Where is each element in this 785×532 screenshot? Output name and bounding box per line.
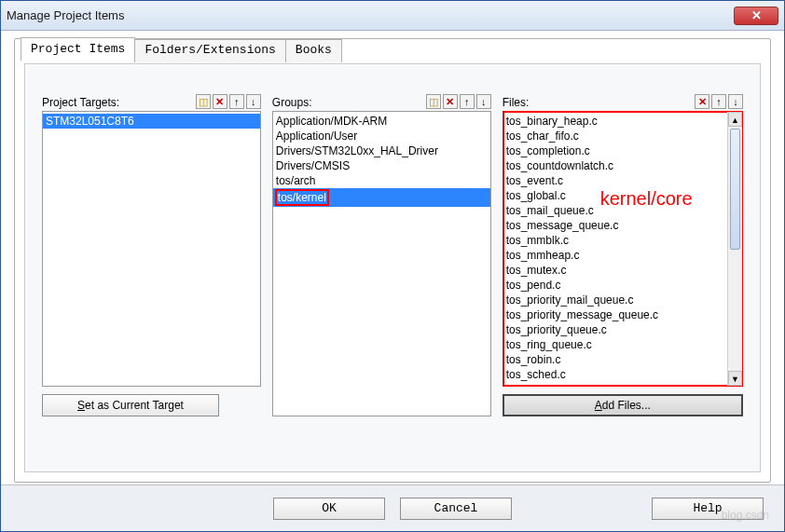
list-item[interactable]: tos_countdownlatch.c (503, 158, 727, 173)
list-item[interactable]: tos_message_queue.c (503, 218, 727, 233)
list-item[interactable]: tos_priority_message_queue.c (503, 307, 727, 322)
tab-project-items[interactable]: Project Items (21, 37, 135, 61)
ok-button[interactable]: OK (273, 498, 385, 520)
tab-bar: Project Items Folders/Extensions Books (21, 37, 341, 61)
tab-panel: Project Targets: ◫ ✕ ↑ ↓ STM32L051C8T6 S… (24, 63, 761, 472)
files-up-icon[interactable]: ↑ (711, 94, 726, 109)
tab-books[interactable]: Books (285, 39, 342, 62)
titlebar: Manage Project Items ✕ (1, 1, 784, 31)
files-delete-icon[interactable]: ✕ (695, 94, 709, 109)
files-listbox[interactable]: tos_binary_heap.ctos_char_fifo.ctos_comp… (503, 111, 743, 387)
files-down-icon[interactable]: ↓ (728, 94, 743, 109)
files-scrollbar[interactable]: ▲ ▼ (727, 112, 742, 386)
targets-down-icon[interactable]: ↓ (246, 94, 261, 109)
content-frame: Project Items Folders/Extensions Books P… (14, 38, 771, 483)
dialog-button-row: OK Cancel Help blog.csdn (1, 484, 784, 531)
targets-pane: Project Targets: ◫ ✕ ↑ ↓ STM32L051C8T6 S… (42, 92, 261, 416)
list-item[interactable]: tos_priority_queue.c (503, 322, 727, 337)
groups-up-icon[interactable]: ↑ (460, 94, 475, 109)
tab-folders-extensions[interactable]: Folders/Extensions (134, 39, 285, 62)
targets-delete-icon[interactable]: ✕ (213, 94, 227, 109)
list-item[interactable]: tos_robin.c (503, 352, 727, 367)
scroll-up-icon[interactable]: ▲ (728, 112, 742, 127)
close-button[interactable]: ✕ (734, 7, 778, 25)
list-item[interactable]: Application/MDK-ARM (273, 114, 490, 129)
targets-new-icon[interactable]: ◫ (196, 94, 211, 109)
list-item[interactable]: tos_mmheap.c (503, 248, 727, 263)
targets-listbox[interactable]: STM32L051C8T6 (42, 111, 261, 387)
scroll-down-icon[interactable]: ▼ (728, 371, 742, 386)
list-item[interactable]: Application/User (273, 129, 490, 143)
set-current-target-button[interactable]: Set as Current Target (42, 394, 219, 416)
scroll-thumb[interactable] (730, 129, 740, 250)
list-item[interactable]: STM32L051C8T6 (43, 114, 260, 129)
list-item[interactable]: tos_mmblk.c (503, 233, 727, 248)
list-item[interactable]: Drivers/STM32L0xx_HAL_Driver (273, 143, 490, 158)
list-item[interactable]: tos_sem.c (503, 382, 727, 386)
groups-pane: Groups: ◫ ✕ ↑ ↓ Application/MDK-ARMAppli… (272, 92, 491, 416)
groups-listbox[interactable]: Application/MDK-ARMApplication/UserDrive… (272, 111, 491, 416)
groups-down-icon[interactable]: ↓ (476, 94, 491, 109)
list-item[interactable]: tos_completion.c (503, 143, 727, 158)
list-item[interactable]: tos_event.c (503, 173, 727, 188)
list-item[interactable]: tos_binary_heap.c (503, 114, 727, 129)
files-pane: Files: ✕ ↑ ↓ tos_binary_heap.ctos_char_f… (503, 92, 743, 416)
groups-new-icon[interactable]: ◫ (426, 94, 441, 109)
groups-delete-icon[interactable]: ✕ (443, 94, 458, 109)
list-item[interactable]: tos_ring_queue.c (503, 337, 727, 352)
help-button[interactable]: Help (652, 498, 764, 520)
list-item[interactable]: tos_mail_queue.c (503, 203, 727, 218)
list-item[interactable]: tos_sched.c (503, 367, 727, 382)
dialog-window: Manage Project Items ✕ Project Items Fol… (0, 0, 785, 532)
groups-label: Groups: (272, 96, 312, 109)
add-files-button[interactable]: Add Files... (503, 394, 743, 416)
list-item[interactable]: tos/arch (273, 173, 490, 188)
list-item[interactable]: Drivers/CMSIS (273, 158, 490, 173)
files-label: Files: (503, 96, 530, 109)
list-item[interactable]: tos_priority_mail_queue.c (503, 293, 727, 307)
list-item[interactable]: tos/kernel (273, 188, 490, 207)
window-title: Manage Project Items (7, 8, 124, 22)
list-item[interactable]: tos_global.c (503, 188, 727, 203)
targets-up-icon[interactable]: ↑ (229, 94, 244, 109)
list-item[interactable]: tos_pend.c (503, 278, 727, 293)
cancel-button[interactable]: Cancel (400, 498, 512, 520)
list-item[interactable]: tos_mutex.c (503, 263, 727, 278)
targets-label: Project Targets: (42, 96, 119, 109)
list-item[interactable]: tos_char_fifo.c (503, 129, 727, 143)
